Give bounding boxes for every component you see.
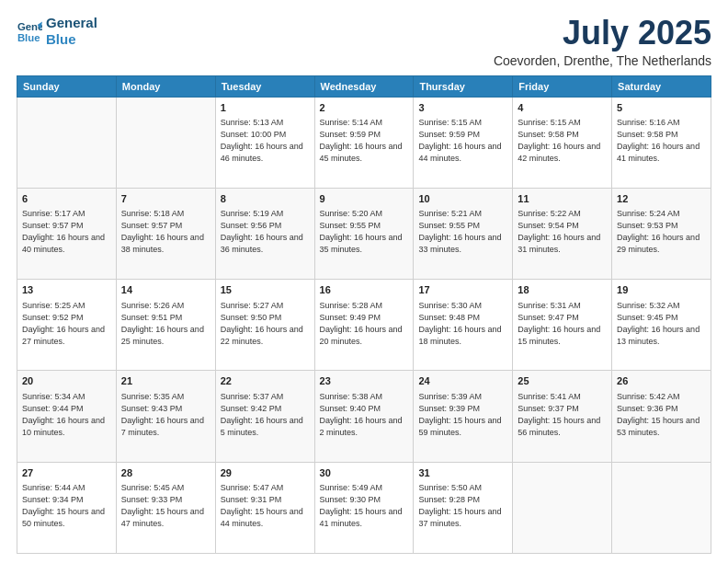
cell-content: Sunrise: 5:47 AM <box>221 482 310 494</box>
day-number: 12 <box>617 192 706 206</box>
calendar-cell: 22Sunrise: 5:37 AMSunset: 9:42 PMDayligh… <box>215 371 314 462</box>
cell-content: Sunrise: 5:34 AM <box>22 391 111 403</box>
cell-content: Sunrise: 5:28 AM <box>320 300 409 312</box>
location-subtitle: Coevorden, Drenthe, The Netherlands <box>494 53 711 68</box>
day-header-thursday: Thursday <box>414 75 513 97</box>
calendar-cell: 25Sunrise: 5:41 AMSunset: 9:37 PMDayligh… <box>513 371 612 462</box>
calendar-cell <box>513 462 612 553</box>
calendar-cell: 20Sunrise: 5:34 AMSunset: 9:44 PMDayligh… <box>17 371 117 462</box>
calendar-cell: 2Sunrise: 5:14 AMSunset: 9:59 PMDaylight… <box>314 97 414 188</box>
svg-text:Blue: Blue <box>17 32 40 43</box>
day-header-monday: Monday <box>116 75 215 97</box>
day-number: 4 <box>518 101 607 115</box>
cell-content: Sunset: 9:30 PM <box>320 494 409 506</box>
cell-content: Sunset: 9:57 PM <box>22 220 111 232</box>
calendar-cell: 24Sunrise: 5:39 AMSunset: 9:39 PMDayligh… <box>414 371 513 462</box>
calendar-cell: 28Sunrise: 5:45 AMSunset: 9:33 PMDayligh… <box>116 462 215 553</box>
cell-content: Daylight: 16 hours and 45 minutes. <box>320 141 409 165</box>
cell-content: Daylight: 15 hours and 56 minutes. <box>518 415 607 439</box>
cell-content: Sunset: 9:58 PM <box>617 129 706 141</box>
cell-content: Daylight: 16 hours and 38 minutes. <box>121 232 210 256</box>
cell-content: Sunset: 9:53 PM <box>617 220 706 232</box>
cell-content: Sunset: 9:43 PM <box>121 403 210 415</box>
day-number: 31 <box>418 466 507 480</box>
day-number: 10 <box>418 192 507 206</box>
calendar-cell: 5Sunrise: 5:16 AMSunset: 9:58 PMDaylight… <box>612 97 711 188</box>
cell-content: Sunset: 9:47 PM <box>518 312 607 324</box>
day-header-friday: Friday <box>513 75 612 97</box>
calendar-cell <box>116 97 215 188</box>
cell-content: Sunset: 9:54 PM <box>518 220 607 232</box>
cell-content: Daylight: 16 hours and 29 minutes. <box>617 232 706 256</box>
cell-content: Daylight: 16 hours and 2 minutes. <box>320 415 409 439</box>
cell-content: Sunrise: 5:31 AM <box>518 300 607 312</box>
day-number: 5 <box>617 101 706 115</box>
day-number: 9 <box>320 192 409 206</box>
cell-content: Sunset: 9:33 PM <box>121 494 210 506</box>
logo: General Blue General Blue <box>17 15 97 48</box>
logo-icon: General Blue <box>17 18 42 44</box>
cell-content: Sunrise: 5:15 AM <box>418 117 507 129</box>
calendar-cell: 7Sunrise: 5:18 AMSunset: 9:57 PMDaylight… <box>116 188 215 279</box>
week-row-1: 1Sunrise: 5:13 AMSunset: 10:00 PMDayligh… <box>17 97 711 188</box>
cell-content: Sunrise: 5:27 AM <box>221 300 310 312</box>
cell-content: Sunrise: 5:19 AM <box>221 208 310 220</box>
cell-content: Daylight: 16 hours and 33 minutes. <box>418 232 507 256</box>
day-number: 7 <box>121 192 210 206</box>
calendar-cell: 1Sunrise: 5:13 AMSunset: 10:00 PMDayligh… <box>215 97 314 188</box>
cell-content: Sunrise: 5:45 AM <box>121 482 210 494</box>
calendar-cell: 4Sunrise: 5:15 AMSunset: 9:58 PMDaylight… <box>513 97 612 188</box>
day-number: 11 <box>518 192 607 206</box>
cell-content: Sunrise: 5:32 AM <box>617 300 706 312</box>
cell-content: Sunrise: 5:13 AM <box>221 117 310 129</box>
week-row-4: 20Sunrise: 5:34 AMSunset: 9:44 PMDayligh… <box>17 371 711 462</box>
day-number: 3 <box>418 101 507 115</box>
cell-content: Daylight: 16 hours and 35 minutes. <box>320 232 409 256</box>
cell-content: Daylight: 16 hours and 5 minutes. <box>221 415 310 439</box>
cell-content: Sunset: 9:39 PM <box>418 403 507 415</box>
cell-content: Sunrise: 5:20 AM <box>320 208 409 220</box>
cell-content: Daylight: 16 hours and 36 minutes. <box>221 232 310 256</box>
cell-content: Sunrise: 5:50 AM <box>418 482 507 494</box>
day-number: 6 <box>22 192 111 206</box>
cell-content: Sunset: 10:00 PM <box>221 129 310 141</box>
calendar-cell: 14Sunrise: 5:26 AMSunset: 9:51 PMDayligh… <box>116 280 215 371</box>
day-header-saturday: Saturday <box>612 75 711 97</box>
cell-content: Sunset: 9:59 PM <box>320 129 409 141</box>
cell-content: Sunrise: 5:26 AM <box>121 300 210 312</box>
day-number: 29 <box>221 466 310 480</box>
cell-content: Sunrise: 5:24 AM <box>617 208 706 220</box>
cell-content: Sunrise: 5:18 AM <box>121 208 210 220</box>
calendar-cell: 31Sunrise: 5:50 AMSunset: 9:28 PMDayligh… <box>414 462 513 553</box>
svg-text:General: General <box>17 21 42 32</box>
cell-content: Sunrise: 5:17 AM <box>22 208 111 220</box>
calendar-cell: 23Sunrise: 5:38 AMSunset: 9:40 PMDayligh… <box>314 371 414 462</box>
cell-content: Sunset: 9:56 PM <box>221 220 310 232</box>
calendar-cell: 29Sunrise: 5:47 AMSunset: 9:31 PMDayligh… <box>215 462 314 553</box>
cell-content: Sunrise: 5:41 AM <box>518 391 607 403</box>
calendar-cell: 17Sunrise: 5:30 AMSunset: 9:48 PMDayligh… <box>414 280 513 371</box>
calendar-cell: 6Sunrise: 5:17 AMSunset: 9:57 PMDaylight… <box>17 188 117 279</box>
cell-content: Sunset: 9:59 PM <box>418 129 507 141</box>
day-number: 20 <box>22 374 111 388</box>
cell-content: Sunrise: 5:35 AM <box>121 391 210 403</box>
cell-content: Sunset: 9:37 PM <box>518 403 607 415</box>
day-number: 1 <box>221 101 310 115</box>
cell-content: Daylight: 16 hours and 15 minutes. <box>518 324 607 348</box>
cell-content: Daylight: 16 hours and 13 minutes. <box>617 324 706 348</box>
cell-content: Sunrise: 5:37 AM <box>221 391 310 403</box>
cell-content: Sunset: 9:36 PM <box>617 403 706 415</box>
calendar-cell: 21Sunrise: 5:35 AMSunset: 9:43 PMDayligh… <box>116 371 215 462</box>
cell-content: Sunset: 9:58 PM <box>518 129 607 141</box>
calendar-cell: 26Sunrise: 5:42 AMSunset: 9:36 PMDayligh… <box>612 371 711 462</box>
day-number: 27 <box>22 466 111 480</box>
logo-general: General <box>46 15 97 31</box>
day-number: 22 <box>221 374 310 388</box>
day-number: 21 <box>121 374 210 388</box>
cell-content: Daylight: 16 hours and 10 minutes. <box>22 415 111 439</box>
calendar-cell: 16Sunrise: 5:28 AMSunset: 9:49 PMDayligh… <box>314 280 414 371</box>
cell-content: Daylight: 16 hours and 22 minutes. <box>221 324 310 348</box>
day-number: 26 <box>617 374 706 388</box>
day-number: 18 <box>518 283 607 297</box>
cell-content: Sunset: 9:31 PM <box>221 494 310 506</box>
